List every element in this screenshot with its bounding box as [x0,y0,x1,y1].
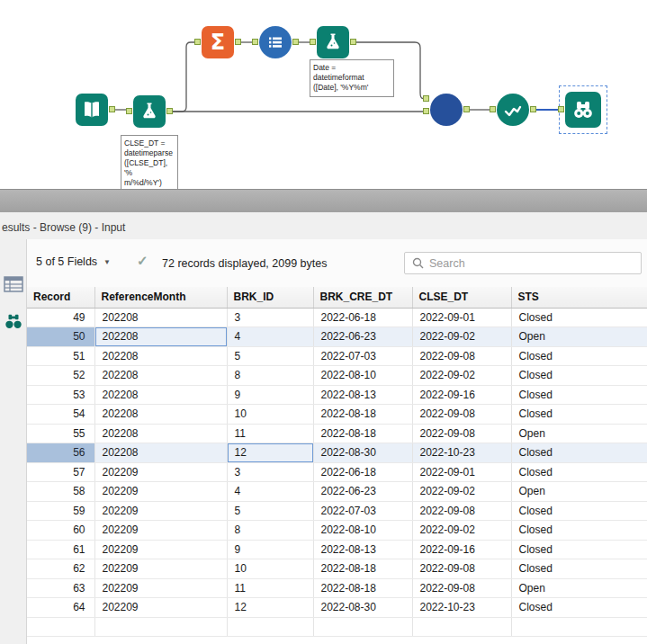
data-cell[interactable]: 2022-09-16 [412,540,511,559]
data-cell[interactable]: Closed [511,385,647,405]
data-cell[interactable]: 2022-07-03 [313,346,412,366]
column-header-record[interactable]: Record [27,287,94,308]
data-cell[interactable]: 8 [227,366,313,386]
pane-splitter[interactable] [0,189,647,212]
browse-tool[interactable] [565,92,601,128]
data-cell[interactable]: Closed [511,308,647,327]
data-cell[interactable]: 2022-08-10 [313,366,412,386]
data-cell[interactable]: 2022-09-02 [412,521,511,541]
record-cell[interactable]: 54 [27,405,94,425]
search-input[interactable] [429,254,641,273]
workflow-canvas[interactable]: Σ [0,0,647,212]
data-cell[interactable]: 11 [227,578,313,598]
data-cell[interactable]: 2022-08-30 [313,443,412,463]
data-cell[interactable]: Closed [511,405,647,425]
browse-profile-icon[interactable] [4,313,23,331]
transform-tool[interactable] [259,26,292,58]
data-cell[interactable]: 202208 [94,443,227,463]
record-cell[interactable]: 60 [27,521,94,541]
output-anchor[interactable] [166,108,173,114]
check-tool[interactable] [497,94,529,126]
data-cell[interactable]: 202208 [94,346,227,366]
data-cell[interactable]: 5 [227,501,313,521]
data-cell[interactable]: Open [511,578,647,598]
column-header-referencemonth[interactable]: ReferenceMonth [94,287,227,308]
data-cell[interactable]: 2022-06-18 [313,462,412,482]
data-cell[interactable]: 202209 [94,521,227,541]
data-cell[interactable]: 2022-09-01 [412,308,511,327]
data-cell[interactable]: 202208 [94,327,227,347]
data-cell[interactable]: 2022-08-10 [313,521,412,541]
input-anchor[interactable] [310,39,316,45]
data-cell[interactable]: 3 [227,308,313,327]
column-header-sts[interactable]: STS [511,287,647,308]
data-cell[interactable]: Closed [511,346,647,366]
table-view-icon[interactable] [4,275,23,293]
data-cell[interactable]: 2022-09-01 [412,462,511,482]
data-cell[interactable]: 11 [227,424,313,443]
data-cell[interactable]: 12 [227,443,313,463]
data-cell[interactable]: 202209 [94,540,227,559]
data-cell[interactable]: 2022-09-08 [412,346,511,366]
data-cell[interactable]: 202209 [94,578,227,598]
output-anchor[interactable] [350,39,356,45]
data-cell[interactable]: 12 [227,598,313,618]
data-cell[interactable]: 2022-08-18 [313,559,412,579]
data-cell[interactable]: 10 [227,405,313,425]
data-cell[interactable]: Open [511,482,647,502]
data-cell[interactable]: 9 [227,385,313,405]
formula-tool-1[interactable] [133,95,166,128]
record-cell[interactable]: 63 [27,578,94,598]
data-cell[interactable]: 2022-07-03 [313,501,412,521]
record-cell[interactable]: 59 [27,501,94,521]
join-tool[interactable] [430,94,463,126]
data-cell[interactable]: 202209 [94,482,227,502]
column-header-brk_id[interactable]: BRK_ID [227,287,313,308]
data-cell[interactable]: 2022-08-18 [313,424,412,443]
input-anchor-top[interactable] [423,95,429,102]
record-cell[interactable]: 64 [27,598,94,618]
data-cell[interactable]: 4 [227,327,313,347]
data-cell[interactable]: 2022-09-08 [412,501,511,521]
annotation-formula1[interactable]: CLSE_DT = datetimeparse ([CLSE_DT], '% m… [121,135,178,192]
data-cell[interactable]: Closed [511,540,647,559]
data-cell[interactable]: 202209 [94,501,227,521]
input-anchor[interactable] [194,39,201,45]
output-anchor[interactable] [463,106,470,112]
record-cell[interactable]: 56 [27,443,94,463]
data-cell[interactable]: 2022-09-02 [412,327,511,347]
data-cell[interactable]: 2022-08-13 [313,540,412,559]
data-cell[interactable]: Open [511,327,647,347]
data-cell[interactable]: 2022-09-08 [412,578,511,598]
data-cell[interactable]: 3 [227,462,313,482]
data-cell[interactable]: 2022-09-08 [412,559,511,579]
record-cell[interactable]: 57 [27,462,94,482]
input-anchor-bottom[interactable] [423,108,429,114]
data-cell[interactable]: 2022-09-16 [412,385,511,405]
record-cell[interactable]: 49 [27,308,94,327]
data-cell[interactable]: 2022-06-23 [313,327,412,347]
data-cell[interactable]: Closed [511,366,647,386]
summarize-tool[interactable]: Σ [202,26,234,58]
input-data-tool[interactable] [76,94,108,126]
data-cell[interactable]: Closed [511,598,647,618]
record-cell[interactable]: 52 [27,366,94,386]
record-cell[interactable]: 55 [27,424,94,443]
data-cell[interactable]: Closed [511,521,647,541]
data-cell[interactable]: 2022-10-23 [412,443,511,463]
data-cell[interactable]: 202209 [94,559,227,579]
input-anchor[interactable] [558,106,564,112]
data-cell[interactable]: 5 [227,346,313,366]
data-cell[interactable]: 202209 [94,462,227,482]
data-cell[interactable]: 2022-06-23 [313,482,412,502]
data-cell[interactable]: 2022-09-08 [412,405,511,425]
data-cell[interactable]: 2022-10-23 [412,598,511,618]
output-anchor[interactable] [235,39,241,45]
data-cell[interactable]: 4 [227,482,313,502]
fields-dropdown[interactable]: 5 of 5 Fields▼ [36,255,111,268]
data-cell[interactable]: 202208 [94,405,227,425]
record-cell[interactable]: 62 [27,559,94,579]
output-anchor[interactable] [292,39,299,45]
record-cell[interactable]: 53 [27,385,94,405]
data-cell[interactable]: 9 [227,540,313,559]
